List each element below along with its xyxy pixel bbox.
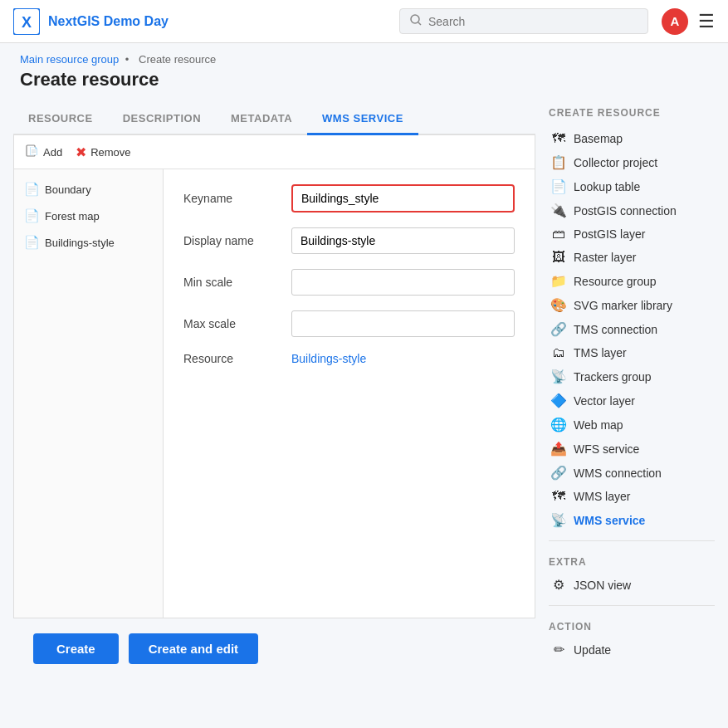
menu-icon[interactable]: ☰ bbox=[698, 11, 715, 32]
file-icon: 📄 bbox=[24, 235, 40, 250]
resource-group-icon: 📁 bbox=[550, 273, 567, 289]
sidebar-item-label: WMS service bbox=[574, 514, 645, 527]
fields-area: Keyname Display name Min scale bbox=[164, 169, 535, 618]
sidebar-item-json-view[interactable]: ⚙ JSON view bbox=[549, 573, 715, 597]
layer-name: Forest map bbox=[45, 210, 100, 222]
sidebar-item-label: PostGIS connection bbox=[574, 204, 677, 217]
search-input[interactable] bbox=[428, 15, 638, 28]
sidebar-item-postgis-connection[interactable]: 🔌 PostGIS connection bbox=[549, 198, 715, 222]
layer-item-boundary[interactable]: 📄 Boundary bbox=[14, 176, 163, 203]
sidebar-item-label: WFS service bbox=[574, 442, 639, 456]
main-layout: RESOURCE DESCRIPTION METADATA WMS SERVIC… bbox=[0, 104, 728, 692]
sidebar-item-label: Web map bbox=[574, 418, 623, 432]
sidebar-item-postgis-layer[interactable]: 🗃 PostGIS layer bbox=[549, 222, 715, 246]
sidebar-item-collector-project[interactable]: 📋 Collector project bbox=[549, 150, 715, 174]
max-scale-row: Max scale bbox=[183, 310, 515, 337]
remove-button[interactable]: ✖ Remove bbox=[76, 144, 130, 160]
tab-resource[interactable]: RESOURCE bbox=[13, 104, 108, 135]
sidebar-item-label: Vector layer bbox=[574, 394, 635, 408]
toolbar: 📄 Add ✖ Remove bbox=[14, 135, 535, 169]
sidebar-item-wms-connection[interactable]: 🔗 WMS connection bbox=[549, 461, 715, 485]
display-name-input[interactable] bbox=[291, 227, 515, 254]
sidebar-item-vector-layer[interactable]: 🔷 Vector layer bbox=[549, 388, 715, 413]
tab-wms-service[interactable]: WMS SERVICE bbox=[307, 104, 418, 135]
json-view-icon: ⚙ bbox=[550, 577, 567, 593]
add-button[interactable]: 📄 Add bbox=[26, 144, 62, 160]
create-button[interactable]: Create bbox=[33, 633, 119, 664]
update-icon: ✏ bbox=[550, 642, 567, 657]
header: X NextGIS Demo Day A ☰ bbox=[0, 0, 728, 43]
layer-item-forest-map[interactable]: 📄 Forest map bbox=[14, 203, 163, 229]
search-icon bbox=[410, 14, 422, 28]
sidebar-item-tms-layer[interactable]: 🗂 TMS layer bbox=[549, 341, 715, 364]
avatar[interactable]: A bbox=[662, 8, 688, 35]
tab-description[interactable]: DESCRIPTION bbox=[108, 104, 216, 135]
sidebar-item-lookup-table[interactable]: 📄 Lookup table bbox=[549, 174, 715, 198]
tab-metadata[interactable]: METADATA bbox=[216, 104, 307, 135]
logo-icon[interactable]: X bbox=[13, 8, 40, 35]
sidebar-item-trackers-group[interactable]: 📡 Trackers group bbox=[549, 364, 715, 388]
file-icon: 📄 bbox=[24, 208, 40, 223]
tms-connection-icon: 🔗 bbox=[550, 321, 567, 337]
lookup-table-icon: 📄 bbox=[550, 178, 567, 194]
min-scale-input[interactable] bbox=[291, 269, 515, 296]
sidebar-item-label: Raster layer bbox=[574, 251, 636, 264]
min-scale-label: Min scale bbox=[183, 276, 291, 289]
sidebar-item-label: Resource group bbox=[574, 275, 657, 288]
sidebar-item-label: Update bbox=[574, 643, 611, 657]
search-bar[interactable] bbox=[399, 8, 648, 34]
trackers-group-icon: 📡 bbox=[550, 369, 567, 384]
app-title: NextGIS Demo Day bbox=[48, 14, 399, 29]
breadcrumb-separator: • bbox=[125, 53, 129, 66]
footer-buttons: Create Create and edit bbox=[13, 618, 535, 679]
sidebar-item-update[interactable]: ✏ Update bbox=[549, 638, 715, 662]
create-edit-button[interactable]: Create and edit bbox=[129, 633, 258, 664]
sidebar-item-resource-group[interactable]: 📁 Resource group bbox=[549, 269, 715, 293]
wms-service-icon: 📡 bbox=[550, 512, 567, 528]
breadcrumb-parent[interactable]: Main resource group bbox=[20, 53, 119, 66]
max-scale-label: Max scale bbox=[183, 317, 291, 330]
page-title: Create resource bbox=[0, 69, 728, 104]
sidebar-item-label: TMS layer bbox=[574, 346, 627, 359]
add-label: Add bbox=[43, 146, 62, 159]
add-icon: 📄 bbox=[26, 144, 39, 160]
layer-form-layout: 📄 Boundary 📄 Forest map 📄 Buildings-styl… bbox=[14, 169, 535, 618]
keyname-label: Keyname bbox=[183, 192, 291, 205]
sidebar-item-label: Collector project bbox=[574, 156, 657, 169]
sidebar-item-svg-marker-library[interactable]: 🎨 SVG marker library bbox=[549, 293, 715, 317]
sidebar-item-wms-service[interactable]: 📡 WMS service bbox=[549, 508, 715, 532]
tms-layer-icon: 🗂 bbox=[550, 345, 567, 360]
sidebar-item-label: Lookup table bbox=[574, 180, 640, 193]
layer-list: 📄 Boundary 📄 Forest map 📄 Buildings-styl… bbox=[14, 169, 164, 618]
sidebar-item-wfs-service[interactable]: 📤 WFS service bbox=[549, 437, 715, 461]
layer-name: Boundary bbox=[45, 183, 91, 196]
keyname-row: Keyname bbox=[183, 184, 515, 213]
resource-label: Resource bbox=[183, 352, 291, 365]
sidebar-item-wms-layer[interactable]: 🗺 WMS layer bbox=[549, 485, 715, 508]
sidebar-item-raster-layer[interactable]: 🖼 Raster layer bbox=[549, 246, 715, 269]
layer-item-buildings-style[interactable]: 📄 Buildings-style bbox=[14, 229, 163, 256]
keyname-input[interactable] bbox=[291, 184, 515, 213]
svg-point-2 bbox=[411, 15, 419, 23]
sidebar-divider-extra bbox=[549, 540, 715, 541]
svg-marker-icon: 🎨 bbox=[550, 297, 567, 313]
postgis-layer-icon: 🗃 bbox=[550, 227, 567, 242]
svg-text:X: X bbox=[22, 14, 32, 31]
sidebar-item-label: Basemap bbox=[574, 132, 623, 145]
wms-connection-icon: 🔗 bbox=[550, 465, 567, 481]
sidebar-item-web-map[interactable]: 🌐 Web map bbox=[549, 413, 715, 437]
svg-line-3 bbox=[418, 22, 421, 25]
resource-link[interactable]: Buildings-style bbox=[291, 352, 366, 365]
sidebar-item-label: WMS layer bbox=[574, 490, 630, 503]
tabs: RESOURCE DESCRIPTION METADATA WMS SERVIC… bbox=[13, 104, 535, 135]
wfs-service-icon: 📤 bbox=[550, 441, 567, 457]
collector-project-icon: 📋 bbox=[550, 154, 567, 170]
max-scale-input[interactable] bbox=[291, 310, 515, 337]
form-box: 📄 Add ✖ Remove 📄 Boundary bbox=[13, 135, 535, 618]
sidebar-item-label: PostGIS layer bbox=[574, 227, 645, 241]
raster-layer-icon: 🖼 bbox=[550, 250, 567, 265]
web-map-icon: 🌐 bbox=[550, 417, 567, 432]
sidebar-item-basemap[interactable]: 🗺 Basemap bbox=[549, 127, 715, 150]
sidebar-item-tms-connection[interactable]: 🔗 TMS connection bbox=[549, 317, 715, 341]
extra-title: EXTRA bbox=[549, 550, 715, 573]
